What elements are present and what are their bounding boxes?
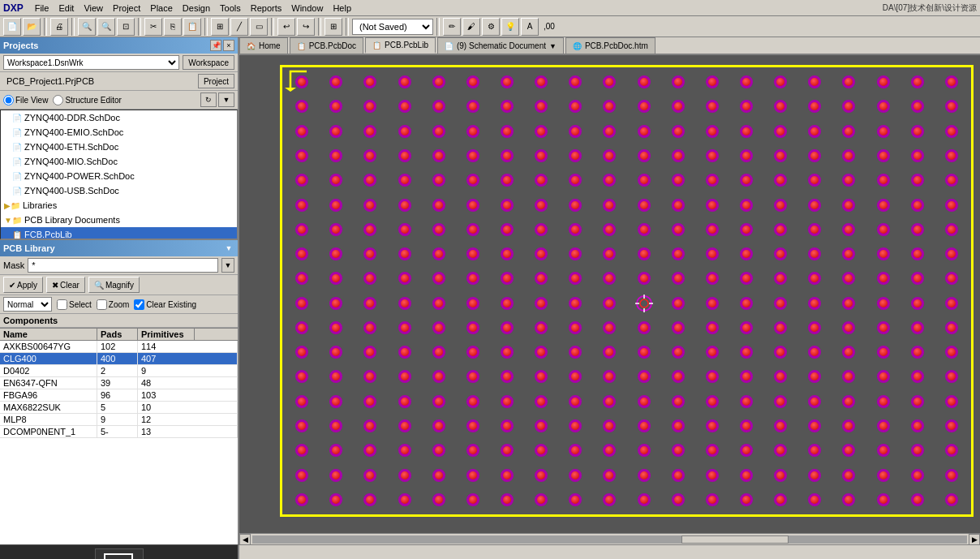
col-pads[interactable]: Pads <box>97 329 138 340</box>
menu-view[interactable]: View <box>79 2 108 15</box>
menu-project[interactable]: Project <box>108 2 145 15</box>
tree-item-pcb-library-docs[interactable]: ▼📁 PCB Library Documents <box>1 213 237 227</box>
menu-help[interactable]: Help <box>328 2 356 15</box>
bga-dot <box>798 292 831 315</box>
menu-design[interactable]: Design <box>178 2 215 15</box>
paste-button[interactable]: 📋 <box>183 18 201 36</box>
project-button[interactable]: Project <box>198 74 234 88</box>
tab-schematic[interactable]: 📄 (9) Schematic Document ▼ <box>437 37 564 54</box>
tab-home[interactable]: 🏠 Home <box>239 37 288 54</box>
comp-row-1[interactable]: CLG400 400 407 <box>0 353 238 365</box>
schematic-dropdown-icon[interactable]: ▼ <box>549 42 557 50</box>
mask-dropdown-button[interactable]: ▼ <box>221 258 234 273</box>
close-button[interactable]: × <box>223 40 234 51</box>
copy-button[interactable]: ⎘ <box>164 18 182 36</box>
view-options-button[interactable]: ▼ <box>218 92 234 107</box>
clear-button[interactable]: ✖ Clear <box>46 277 85 293</box>
bga-dot <box>935 95 968 118</box>
bga-dot <box>696 415 729 437</box>
workspace-button[interactable]: Workspace <box>183 55 234 70</box>
file-view-radio-label[interactable]: File View <box>3 95 48 105</box>
col-primitives[interactable]: Primitives <box>138 329 195 340</box>
tree-item-usb[interactable]: 📄 ZYNQ400-USB.SchDoc <box>1 183 237 198</box>
comp-cell-name-1: CLG400 <box>0 353 97 364</box>
redo-button[interactable]: ↪ <box>297 18 315 36</box>
rect-button[interactable]: ▭ <box>250 18 268 36</box>
bga-dot <box>730 120 763 143</box>
magnify-button[interactable]: 🔍 Magnify <box>88 277 140 293</box>
tree-item-emio[interactable]: 📄 ZYNQ400-EMIO.SchDoc <box>1 125 237 140</box>
tree-item-mio[interactable]: 📄 ZYNQ400-MIO.SchDoc <box>1 154 237 169</box>
tab-pcbdoc[interactable]: 📋 PCB.PcbDoc <box>290 37 363 54</box>
comp-row-3[interactable]: EN6347-QFN 39 48 <box>0 377 238 389</box>
menu-reports[interactable]: Reports <box>246 2 287 15</box>
structure-editor-radio[interactable] <box>53 95 63 105</box>
settings-button[interactable]: ⚙ <box>482 18 500 36</box>
open-button[interactable]: 📂 <box>23 18 41 36</box>
clear-existing-checkbox[interactable] <box>134 299 144 310</box>
zoom-fit-button[interactable]: ⊡ <box>117 18 135 36</box>
text-button[interactable]: A <box>521 18 539 36</box>
scroll-thumb[interactable] <box>681 535 789 544</box>
refresh-button[interactable]: ↻ <box>200 92 217 107</box>
tree-item-libraries[interactable]: ▶📁 Libraries <box>1 198 237 213</box>
tree-item-fcb-pcblib[interactable]: 📋 FCB.PcbLib <box>1 227 237 239</box>
bga-dot <box>286 365 318 388</box>
scroll-left-button[interactable]: ◀ <box>239 534 251 545</box>
pencil-button[interactable]: ✏ <box>443 18 461 36</box>
normal-select[interactable]: Normal <box>3 297 52 312</box>
pcblib-close-button[interactable]: ▼ <box>223 243 234 254</box>
tree-item-ddr[interactable]: 📄 ZYNQ400-DDR.SchDoc <box>1 110 237 125</box>
line-button[interactable]: ╱ <box>230 18 248 36</box>
menu-place[interactable]: Place <box>145 2 178 15</box>
structure-editor-radio-label[interactable]: Structure Editor <box>53 95 121 105</box>
file-icon-mio: 📄 <box>12 157 22 166</box>
comp-row-6[interactable]: MLP8 9 12 <box>0 414 238 426</box>
tab-pcbdochtml[interactable]: 🌐 PCB.PcbDoc.htm <box>565 37 655 54</box>
mask-input[interactable] <box>28 258 218 273</box>
menu-edit[interactable]: Edit <box>54 2 79 15</box>
pcb-canvas[interactable] <box>239 55 980 533</box>
apply-button[interactable]: ✔ Apply <box>3 277 43 293</box>
comp-row-4[interactable]: FBGA96 96 103 <box>0 389 238 402</box>
tab-pcblib[interactable]: 📋 PCB.PcbLib <box>365 37 436 54</box>
menu-tools[interactable]: Tools <box>215 2 246 15</box>
zoom-out-button[interactable]: 🔍 <box>97 18 115 36</box>
bga-dot <box>798 439 831 462</box>
bga-dot <box>593 243 625 265</box>
cut-button[interactable]: ✂ <box>144 18 162 36</box>
zoom-in-button[interactable]: 🔍 <box>78 18 96 36</box>
bga-dot <box>798 71 831 93</box>
tree-item-power[interactable]: 📄 ZYNQ400-POWER.SchDoc <box>1 169 237 183</box>
tree-item-eth[interactable]: 📄 ZYNQ400-ETH.SchDoc <box>1 140 237 154</box>
file-icon-power: 📄 <box>12 172 22 181</box>
pin-button[interactable]: 📌 <box>210 40 221 51</box>
zoom-checkbox[interactable] <box>97 299 107 310</box>
bga-dot <box>491 488 523 511</box>
lightbulb-button[interactable]: 💡 <box>501 18 519 36</box>
thumbnail-viewport <box>104 553 133 560</box>
comp-row-2[interactable]: D0402 2 9 <box>0 365 238 377</box>
bga-dot <box>935 267 968 290</box>
scroll-right-button[interactable]: ▶ <box>969 534 980 545</box>
col-name[interactable]: Name <box>0 329 97 340</box>
bga-dot <box>593 218 625 241</box>
file-view-radio[interactable] <box>3 95 14 105</box>
menu-file[interactable]: File <box>30 2 54 15</box>
new-button[interactable]: 📄 <box>3 18 21 36</box>
undo-button[interactable]: ↩ <box>277 18 295 36</box>
bga-dot <box>491 415 523 437</box>
horizontal-scrollbar[interactable]: ◀ ▶ <box>239 533 980 544</box>
snap-button[interactable]: ⊞ <box>211 18 229 36</box>
grid-button[interactable]: ⊞ <box>325 18 342 36</box>
workspace-select[interactable]: Workspace1.DsnWrk <box>3 55 179 70</box>
print-button[interactable]: 🖨 <box>50 18 68 36</box>
brush-button[interactable]: 🖌 <box>462 18 480 36</box>
document-dropdown[interactable]: (Not Saved) <box>352 19 433 35</box>
comp-row-5[interactable]: MAX6822SUK 5 10 <box>0 402 238 414</box>
select-checkbox[interactable] <box>57 299 67 310</box>
bga-dot <box>559 488 591 511</box>
comp-row-7[interactable]: DCOMP0NENT_1 5- 13 <box>0 426 238 438</box>
comp-row-0[interactable]: AXKBS00647YG 102 114 <box>0 341 238 353</box>
menu-window[interactable]: Window <box>286 2 328 15</box>
